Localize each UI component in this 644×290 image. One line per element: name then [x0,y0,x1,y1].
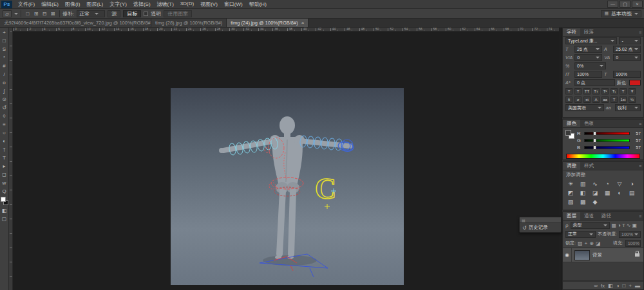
slider-track[interactable] [584,146,630,149]
opentype-button-1[interactable]: fi [565,96,573,103]
invert-icon[interactable]: ◐ [614,188,625,197]
tool-eraser[interactable]: ◊ [0,112,9,120]
levels-icon[interactable]: ▥ [578,179,588,188]
layer-visibility-eye-icon[interactable]: ◉ [563,248,572,262]
color-tab-2[interactable]: 色板 [580,120,598,127]
patch-tool-icon[interactable]: ▱ [3,10,12,17]
window-minimize-button[interactable]: — [607,1,618,8]
filter-smart-icon[interactable]: ▣ [632,222,638,228]
document-tab-2[interactable]: timg (28).jpg @ 100%(RGB/8#) [151,19,227,27]
opacity-field[interactable]: 100% [619,231,641,238]
letter-c-overlay[interactable]: C [315,172,336,205]
workspace-switcher[interactable]: ▦ 基本功能 [601,10,641,17]
adjustment-layer-icon[interactable]: ◑ [616,283,620,289]
color-swatches[interactable] [1,197,8,205]
tool-crop[interactable]: # [0,62,9,70]
opentype-button-7[interactable]: 1st [620,96,627,103]
slider-thumb-icon[interactable] [593,138,596,143]
slider-track[interactable] [584,132,630,135]
threshold-icon[interactable]: ▨ [565,197,576,206]
font-family-dropdown[interactable]: TypeLand 康... [565,37,617,44]
foreground-color-swatch[interactable] [1,197,6,202]
history-panel-grip[interactable]: ▤ [520,217,561,223]
opentype-button-6[interactable]: T [611,96,618,103]
filter-type-icon[interactable]: T [622,222,625,228]
opentype-button-3[interactable]: st [583,96,591,103]
tool-gradient[interactable]: ≡ [0,120,9,129]
menu-3d[interactable]: 3D(D) [177,1,197,8]
opentype-button-2[interactable]: σ [574,96,582,103]
tool-spot-healing[interactable]: o [0,78,9,87]
baseline-shift-field[interactable]: 0 点 [574,79,615,86]
new-selection-icon[interactable]: □ [24,10,32,17]
layers-tab-2[interactable]: 通道 [580,212,598,220]
lock-all-icon[interactable]: ◪ [596,240,601,246]
subtract-selection-icon[interactable]: ⊟ [41,10,48,17]
character-tab-1[interactable]: 字符 [563,28,580,36]
char-style-button-2[interactable]: T [574,88,582,95]
exposure-icon[interactable]: ◔ [602,179,612,188]
destination-toggle[interactable]: 目标 [123,10,141,17]
brightness-contrast-icon[interactable]: ☀ [565,179,576,188]
patch-mode-dropdown[interactable]: 正常 [77,10,105,17]
adjustments-tab-1[interactable]: 调整 [563,162,580,170]
window-maximize-button[interactable]: ▢ [620,1,630,8]
slider-thumb-icon[interactable] [593,145,596,150]
slider-thumb-icon[interactable] [593,131,596,136]
tool-brush[interactable]: ʃ [0,87,9,95]
menu-type[interactable]: 文字(Y) [106,1,130,8]
tool-path-select[interactable]: ▸ [0,162,9,170]
menu-edit[interactable]: 编辑(E) [38,1,62,8]
menu-help[interactable]: 帮助(H) [246,1,270,8]
layer-effects-icon[interactable]: fx [601,283,605,289]
tool-preset-caret-icon[interactable] [14,13,18,15]
filter-shape-icon[interactable]: ∿ [627,222,631,228]
document-tab-1[interactable]: 尤92f4609e4f8f7f74265ba637f0c8f6_view_720… [0,19,151,27]
font-size-field[interactable]: 26 点 [574,46,602,53]
char-style-button-8[interactable]: Ŧ [629,88,636,95]
add-selection-icon[interactable]: ⊞ [32,10,40,17]
char-style-button-3[interactable]: TT [583,88,591,95]
layer-thumbnail[interactable] [574,250,590,260]
opentype-button-5[interactable]: aa [601,96,609,103]
menu-layer[interactable]: 图层(L) [83,1,106,8]
leading-field[interactable]: 25.02 点 [613,46,641,53]
char-style-button-5[interactable]: T¹ [601,88,609,95]
panel-menu-icon[interactable]: ≡ [637,212,643,220]
history-button[interactable]: ↺ 历史记录 [520,223,561,232]
quick-mask-button[interactable]: ◧ [0,206,9,215]
character-tab-2[interactable]: 段落 [580,28,598,36]
color-balance-icon[interactable]: ◩ [565,188,576,197]
vertical-ruler[interactable] [9,32,13,290]
char-style-button-1[interactable]: T [565,88,573,95]
layer-filter-dropdown[interactable]: 类型 [571,222,610,229]
opentype-button-8[interactable]: ½ [629,96,636,103]
menu-filter[interactable]: 滤镜(T) [154,1,177,8]
adjustments-tab-2[interactable]: 样式 [580,162,598,170]
panel-menu-icon[interactable]: ≡ [637,28,643,36]
tool-shape[interactable]: ◻ [0,170,9,179]
proportional-spacing-field[interactable]: 0% [574,62,606,69]
filter-adjustment-icon[interactable]: ◑ [618,222,621,228]
canvas-area[interactable]: C [13,32,559,290]
tool-lasso[interactable]: S [0,45,9,53]
tool-clone-stamp[interactable]: ⊙ [0,95,9,104]
vertical-scale-field[interactable]: 100% [574,71,602,78]
tool-eyedropper[interactable]: / [0,70,9,78]
kerning-field[interactable]: 0 [574,54,602,61]
menu-window[interactable]: 窗口(W) [221,1,246,8]
opentype-button-4[interactable]: A [592,96,600,103]
tool-pen[interactable]: † [0,145,9,154]
tool-move[interactable]: + [0,28,9,37]
layer-row[interactable]: ◉背景 [563,248,643,262]
color-spectrum-ramp[interactable] [566,154,640,159]
document-tab-3[interactable]: timg (24).jpg @ 100%(RGB/8#)× [227,19,308,27]
tool-quick-select[interactable]: * [0,53,9,62]
transparent-checkbox[interactable] [144,12,148,16]
font-style-dropdown[interactable]: - [619,37,641,44]
layer-mask-icon[interactable]: ◧ [608,283,613,289]
lock-pixels-icon[interactable]: + [585,240,588,246]
horizontal-scale-field[interactable]: 100% [613,71,641,78]
vibrance-icon[interactable]: ▽ [614,179,625,188]
tool-blur[interactable]: ○ [0,129,9,137]
